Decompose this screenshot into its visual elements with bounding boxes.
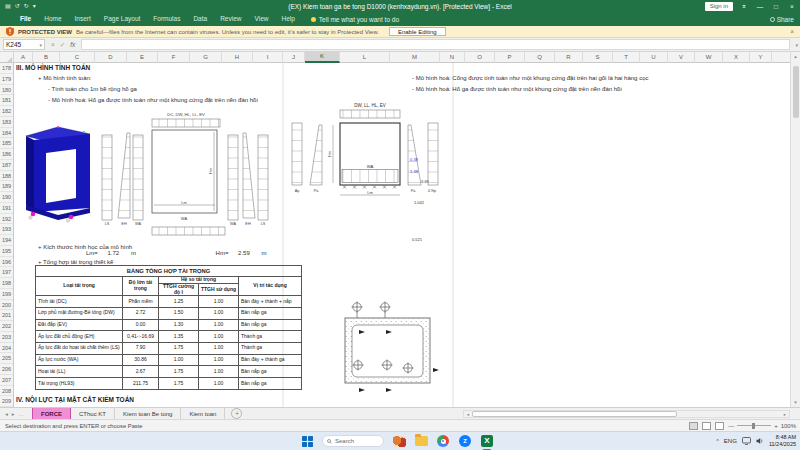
table-cell[interactable]: Bản đáy + thành ga [239,354,302,366]
table-cell[interactable]: Bản nắp ga [239,366,302,378]
close-icon[interactable]: × [787,3,797,10]
tab-nav-right-icon[interactable]: ▸ [12,411,15,417]
network-icon[interactable] [742,437,751,445]
row-header-185[interactable]: 185 [0,138,13,149]
search-input[interactable] [335,438,379,444]
table-cell[interactable]: 30.86 [123,354,159,366]
row-header-198[interactable]: 198 [0,278,13,289]
row-header-199[interactable]: 199 [0,289,13,300]
row-header-179[interactable]: 179 [0,74,13,85]
row-header-201[interactable]: 201 [0,310,13,321]
name-box-dropdown-icon[interactable]: ▾ [39,42,42,48]
table-cell[interactable]: Thành ga [239,331,302,343]
ribbon-tab-file[interactable]: File [14,12,37,26]
column-header-O[interactable]: O [465,52,495,63]
formula-bar-expand-icon[interactable]: ▾ [795,42,798,48]
column-header-D[interactable]: D [95,52,127,63]
chat-icon[interactable]: Z [458,434,472,448]
maximize-icon[interactable]: □ [771,3,781,10]
column-header-C[interactable]: C [60,52,95,63]
formula-input[interactable] [81,39,790,50]
table-cell[interactable]: 1.00 [159,354,199,366]
tab-nav-left-icon[interactable]: ◂ [5,411,8,417]
row-header-181[interactable]: 181 [0,95,13,106]
taskbar-search[interactable] [322,435,384,447]
column-header-L[interactable]: L [340,52,390,63]
table-cell[interactable]: 1.75 [159,378,199,390]
column-header-E[interactable]: E [127,52,158,63]
row-header-209[interactable]: 209 [0,396,13,407]
column-header-G[interactable]: G [190,52,222,63]
sheet-grid[interactable]: DC, DW, HL, LL, EV Hm Lm WA LS EH WA WA [14,63,790,407]
table-cell[interactable]: 1.00 [199,296,239,308]
column-header-W[interactable]: W [695,52,723,63]
vertical-scrollbar[interactable]: ▴ ▾ [790,52,800,407]
column-header-M[interactable]: M [390,52,440,63]
row-header-202[interactable]: 202 [0,321,13,332]
table-cell[interactable]: Tĩnh tải (DC) [36,296,123,308]
share-button[interactable]: Share [770,16,794,23]
table-cell[interactable]: 2.67 [123,366,159,378]
ribbon-tab-data[interactable]: Data [187,12,213,26]
view-page-layout-icon[interactable] [702,422,711,430]
column-header-U[interactable]: U [640,52,668,63]
table-cell[interactable]: 1.75 [159,343,199,355]
ribbon-tab-insert[interactable]: Insert [69,12,97,26]
table-cell[interactable]: 1.00 [199,378,239,390]
row-header-186[interactable]: 186 [0,149,13,160]
table-cell[interactable]: 0.00 [123,319,159,331]
table-cell[interactable]: Lớp phủ mặt đường-Bê tông (DW) [36,307,123,319]
row-header-192[interactable]: 192 [0,214,13,225]
row-header-207[interactable]: 207 [0,375,13,386]
table-cell[interactable]: Áp lực đất chủ động (EH) [36,331,123,343]
minimize-icon[interactable]: — [755,3,765,10]
column-header-Y[interactable]: Y [750,52,772,63]
row-header-180[interactable]: 180 [0,85,13,96]
row-header-188[interactable]: 188 [0,171,13,182]
enable-editing-button[interactable]: Enable Editing [389,27,446,36]
table-cell[interactable]: 1.00 [199,319,239,331]
table-cell[interactable]: Bản đáy + thành + nắp [239,296,302,308]
column-header-I[interactable]: I [253,52,283,63]
sign-in-button[interactable]: Sign in [705,2,733,11]
table-cell[interactable]: 0,41-:-16,69 [123,331,159,343]
table-cell[interactable]: 2.72 [123,307,159,319]
column-header-B[interactable]: B [33,52,60,63]
language-indicator[interactable]: ENG [724,438,737,444]
insert-function-icon[interactable]: fx [70,41,75,49]
sheet-tab-force[interactable]: FORCE [32,408,71,420]
zoom-in-icon[interactable]: + [774,423,778,429]
ribbon-tab-home[interactable]: Home [38,12,67,26]
name-box[interactable]: K245 ▾ [3,39,45,50]
table-cell[interactable]: Áp lực nước (WA) [36,354,123,366]
file-explorer-icon[interactable] [414,434,428,448]
widgets-icon[interactable] [392,434,406,448]
chrome-icon[interactable] [436,434,450,448]
table-cell[interactable]: Áp lực đất do hoạt tải chất thêm (LS) [36,343,123,355]
column-header-K[interactable]: K [305,52,340,63]
table-cell[interactable]: 1.00 [199,343,239,355]
table-cell[interactable]: Hoạt tải (LL) [36,366,123,378]
column-header-R[interactable]: R [555,52,583,63]
ribbon-tab-formulas[interactable]: Formulas [147,12,186,26]
column-header-P[interactable]: P [495,52,525,63]
row-header-205[interactable]: 205 [0,353,13,364]
sheet-tab-kiem-toan-be-tong[interactable]: Kiem toan Be tong [115,408,181,420]
h-scroll-thumb[interactable] [472,411,677,417]
row-header-200[interactable]: 200 [0,300,13,311]
row-header-191[interactable]: 191 [0,203,13,214]
column-header-H[interactable]: H [222,52,253,63]
table-cell[interactable]: 1.75 [159,366,199,378]
enter-icon[interactable]: ✓ [60,41,65,49]
sheet-tab-cthuc-kt[interactable]: CThuc KT [71,408,115,420]
ribbon-tab-view[interactable]: View [248,12,274,26]
horizontal-scrollbar[interactable]: ◂ ▸ [463,410,790,418]
table-cell[interactable]: Đất đắp (EV) [36,319,123,331]
sheet-tab-kiem-toan[interactable]: Kiem toan [181,408,225,420]
pv-close-icon[interactable]: × [790,28,794,35]
table-cell[interactable]: 211.75 [123,378,159,390]
table-cell[interactable]: Tải trọng (HL93) [36,378,123,390]
column-header-A[interactable]: A [14,52,33,63]
tab-nav-more-icon[interactable]: … [19,411,25,417]
table-cell[interactable]: 1.30 [159,319,199,331]
